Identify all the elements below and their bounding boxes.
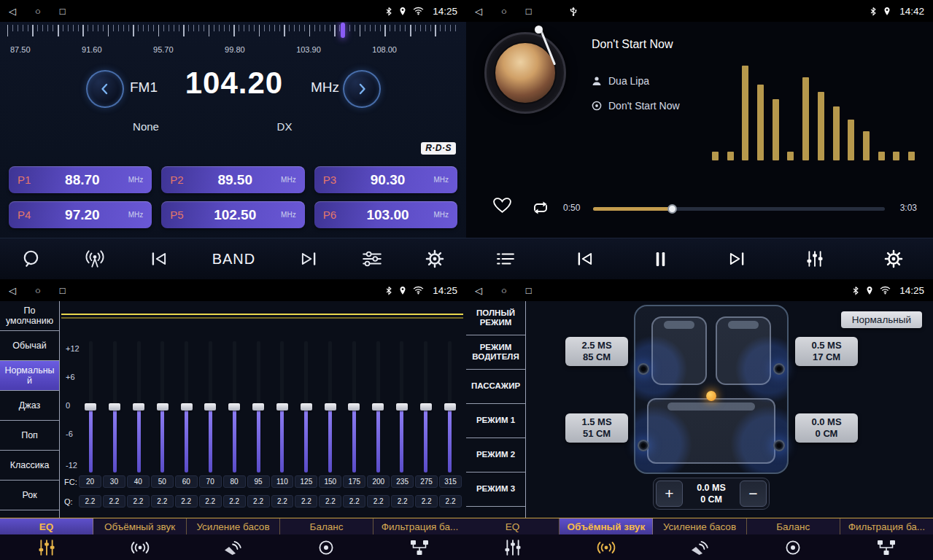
eq-slider-handle[interactable] [348,403,360,411]
bass-boost-tab-icon-button[interactable] [653,534,746,560]
home-button[interactable]: ○ [501,286,507,295]
eq-band-slider[interactable] [324,341,337,472]
seek-bar[interactable] [593,207,885,211]
eq-preset-default[interactable]: По умолчанию [0,301,59,331]
tab-filter[interactable]: Фильтрация ба... [840,518,933,534]
favorite-button[interactable] [492,197,512,214]
band-button[interactable]: BAND [212,251,256,268]
preset-button[interactable]: P2 89.50 MHz [161,166,304,193]
rear-right-delay-button[interactable]: 0.0 MS 0 СМ [795,413,858,443]
eq-preset-normal[interactable]: Нормальный [0,361,59,391]
tab-balance[interactable]: Баланс [747,518,840,534]
eq-band-slider[interactable] [347,341,360,472]
next-track-button[interactable] [727,252,746,266]
eq-band-slider[interactable] [204,341,217,472]
eq-tab-icon-button[interactable] [0,534,93,560]
preset-button[interactable]: P4 97.20 MHz [9,201,152,228]
eq-preset-custom[interactable]: Обычай [0,331,59,361]
eq-preset-pop[interactable]: Поп [0,421,59,451]
equalizer-button[interactable] [806,250,824,268]
rear-right-speaker-icon[interactable] [773,440,785,451]
increase-delay-button[interactable]: + [656,481,683,507]
mode-1[interactable]: РЕЖИМ 1 [466,404,525,438]
mode-3[interactable]: РЕЖИМ 3 [466,472,525,507]
eq-slider-handle[interactable] [276,403,288,411]
eq-slider-handle[interactable] [444,403,456,411]
eq-slider-handle[interactable] [301,403,312,411]
tab-bass-boost[interactable]: Усиление басов [187,518,280,534]
mode-full[interactable]: ПОЛНЫЙ РЕЖИМ [466,301,525,335]
back-button[interactable]: ◁ [475,7,482,16]
eq-slider-handle[interactable] [252,403,264,411]
recents-button[interactable]: □ [60,286,66,295]
preset-button[interactable]: P5 102.50 MHz [161,201,304,228]
settings-button[interactable] [884,249,903,268]
home-button[interactable]: ○ [35,7,41,16]
preset-button[interactable]: P1 88.70 MHz [9,166,152,193]
eq-band-slider[interactable] [108,341,121,472]
eq-band-slider[interactable] [276,341,289,472]
tab-surround[interactable]: Объёмный звук [93,518,187,534]
listening-position-dot[interactable] [706,391,716,401]
preset-button[interactable]: P6 103.00 MHz [314,201,457,228]
preset-button[interactable]: P3 90.30 MHz [314,166,457,193]
progress-handle[interactable] [667,204,677,214]
broadcast-button[interactable] [84,249,106,268]
balance-tab-icon-button[interactable] [279,534,373,560]
eq-band-slider[interactable] [252,341,265,472]
mode-2[interactable]: РЕЖИМ 2 [466,438,525,472]
mode-driver[interactable]: РЕЖИМ ВОДИТЕЛЯ [466,335,525,370]
eq-slider-handle[interactable] [181,403,193,411]
mode-passenger[interactable]: ПАССАЖИР [466,370,525,404]
eq-slider-handle[interactable] [204,403,216,411]
tab-balance[interactable]: Баланс [280,518,373,534]
back-button[interactable]: ◁ [475,286,482,295]
front-left-speaker-icon[interactable] [638,363,649,375]
rear-left-delay-button[interactable]: 1.5 MS 51 СМ [565,413,628,443]
eq-band-slider[interactable] [395,341,409,472]
repeat-button[interactable] [530,201,551,215]
tab-surround[interactable]: Объёмный звук [560,518,653,534]
eq-slider-handle[interactable] [325,403,336,411]
home-button[interactable]: ○ [501,7,507,16]
tab-bass-boost[interactable]: Усиление басов [653,518,746,534]
previous-track-button[interactable] [576,252,595,266]
playlist-button[interactable] [496,252,515,266]
filter-tab-icon-button[interactable] [373,534,466,560]
next-station-button[interactable] [299,252,318,266]
eq-band-slider[interactable] [228,341,241,472]
bass-boost-tab-icon-button[interactable] [187,534,280,560]
recents-button[interactable]: □ [60,7,66,16]
tab-eq[interactable]: EQ [0,518,93,534]
decrease-delay-button[interactable]: − [740,481,767,507]
front-left-delay-button[interactable]: 2.5 MS 85 СМ [565,337,628,366]
recents-button[interactable]: □ [526,7,532,16]
eq-preset-classic[interactable]: Классика [0,451,59,481]
scan-button[interactable] [22,249,41,268]
tune-down-button[interactable] [86,70,124,108]
back-button[interactable]: ◁ [9,7,16,16]
tune-up-button[interactable] [343,70,381,108]
eq-tab-icon-button[interactable] [466,534,560,560]
settings-button[interactable] [425,249,444,268]
eq-band-slider[interactable] [371,341,384,472]
eq-slider-handle[interactable] [420,403,432,411]
eq-slider-handle[interactable] [109,403,120,411]
sound-profile-button[interactable]: Нормальный [841,311,922,328]
pause-button[interactable] [654,252,667,267]
rear-left-speaker-icon[interactable] [638,440,649,451]
front-right-speaker-icon[interactable] [773,363,785,375]
surround-tab-icon-button[interactable] [560,534,653,560]
eq-preset-jazz[interactable]: Джаз [0,391,59,421]
eq-slider-handle[interactable] [133,403,144,411]
recents-button[interactable]: □ [526,286,532,295]
tab-filter[interactable]: Фильтрация ба... [373,518,466,534]
eq-preset-rock[interactable]: Рок [0,481,59,510]
eq-band-slider[interactable] [156,341,169,472]
eq-band-slider[interactable] [300,341,313,472]
eq-band-slider[interactable] [180,341,193,472]
front-right-delay-button[interactable]: 0.5 MS 17 СМ [795,337,858,366]
filter-tab-icon-button[interactable] [840,534,933,560]
eq-slider-handle[interactable] [228,403,240,411]
balance-tab-icon-button[interactable] [746,534,840,560]
